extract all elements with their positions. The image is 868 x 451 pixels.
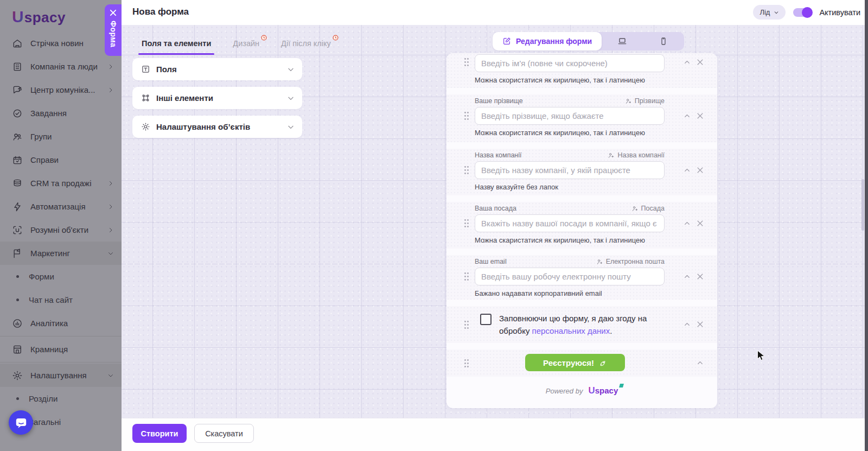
remove-field-icon[interactable] (696, 166, 704, 174)
collapse-icon[interactable] (683, 166, 691, 174)
smartphone-icon (659, 36, 668, 46)
window-edge (865, 0, 868, 451)
drag-handle-icon[interactable] (464, 219, 469, 228)
tab-after-click-actions[interactable]: Дії після кліку (281, 39, 331, 55)
sidebar: U spacy Стрічка новин Компанія та люди Ц… (0, 0, 122, 451)
chat-launcher-button[interactable] (9, 410, 33, 435)
toggle-knob (802, 7, 813, 18)
gear-icon (141, 122, 150, 131)
drag-handle-icon[interactable] (464, 320, 469, 329)
text-field-icon (141, 65, 150, 74)
drag-handle-icon[interactable] (464, 359, 469, 368)
field-helper-text: Можна скористатися як кирилицею, так і л… (475, 129, 717, 137)
collapse-icon[interactable] (683, 320, 691, 328)
collapse-icon[interactable] (683, 219, 691, 227)
create-button[interactable]: Створити (132, 424, 187, 443)
tab-design[interactable]: Дизайн (233, 39, 259, 55)
personal-data-link[interactable]: персональних даних (532, 326, 610, 335)
register-submit-button[interactable]: Реєструюся! (525, 354, 625, 371)
close-icon[interactable] (110, 9, 117, 16)
field-helper-text: Можна скористатися як кирилицею, так і л… (475, 76, 717, 84)
entity-select-value: Лід (760, 8, 770, 16)
rocket-icon (599, 359, 607, 367)
drag-handle-icon[interactable] (464, 272, 469, 281)
chevron-down-icon (287, 123, 295, 131)
row-controls (683, 219, 704, 227)
form-preview-card: Можна скористатися як кирилицею, так і л… (446, 53, 717, 408)
form-consent-row: Заповнюючи цю форму, я даю згоду на обро… (446, 306, 717, 343)
vector-frame-icon (141, 93, 150, 103)
topbar-controls: Лід Активувати (753, 5, 860, 20)
position-input[interactable] (475, 214, 665, 232)
row-controls (683, 112, 704, 120)
main-area: Нова форма Лід Активувати Поля та елемен… (122, 0, 868, 451)
form-tab-label: Форма (109, 21, 118, 47)
email-input[interactable] (475, 268, 665, 285)
form-field-row-firstname: Можна скористатися як кирилицею, так і л… (446, 53, 717, 88)
footer-actions: Створити Скасувати (122, 418, 868, 451)
powered-by: Powered by U spacy (446, 385, 717, 396)
panel-fields[interactable]: Поля (132, 58, 302, 80)
cancel-button[interactable]: Скасувати (194, 424, 254, 443)
form-field-row-position: Ваша посада Посада Можна скаристатися як… (446, 202, 717, 249)
uspacy-logo-small: U spacy (588, 385, 618, 396)
field-label: Ваша посада (475, 205, 516, 212)
row-controls (683, 166, 704, 174)
activate-toggle[interactable] (793, 8, 812, 17)
firstname-input[interactable] (475, 54, 665, 72)
panel-object-settings[interactable]: Налаштування об’єктів (132, 116, 302, 138)
consent-text: Заповнюючи цю форму, я даю згоду на обро… (499, 313, 659, 337)
form-field-row-company: Назва компанії Назва компанії Назву вказ… (446, 149, 717, 195)
field-label: Назва компанії (475, 151, 522, 159)
field-helper-text: Бажано надавати корпоративний email (475, 289, 717, 297)
edit-pencil-icon (502, 37, 511, 46)
remove-field-icon[interactable] (696, 320, 704, 328)
collapse-icon[interactable] (696, 359, 704, 367)
mapped-field-badge: Електронна пошта (596, 258, 665, 265)
field-helper-text: Можна скаристатися як кирилицею, так і л… (475, 236, 717, 244)
company-input[interactable] (475, 161, 665, 179)
field-helper-text: Назву вказуйте без лапок (475, 183, 717, 191)
drag-handle-icon[interactable] (464, 58, 469, 67)
field-label: Ваш email (475, 258, 507, 265)
form-submit-row: Реєструюся! (446, 350, 717, 377)
edit-form-mode-button[interactable]: Редагування форми (493, 32, 602, 50)
collapse-icon[interactable] (683, 272, 691, 281)
laptop-icon (617, 36, 628, 47)
remove-field-icon[interactable] (696, 272, 704, 281)
pending-changes-badge-icon (332, 34, 339, 41)
builder-tabs: Поля та елементи Дизайн Дії після кліку (142, 39, 331, 55)
builder-canvas: Поля та елементи Дизайн Дії після кліку … (122, 25, 868, 418)
tab-fields-elements[interactable]: Поля та елементи (142, 39, 211, 55)
preview-mode-toolbar: Редагування форми (493, 32, 684, 50)
drag-handle-icon[interactable] (464, 111, 469, 120)
consent-checkbox[interactable] (480, 314, 492, 325)
collapse-icon[interactable] (683, 58, 691, 66)
brand-flag-icon (618, 383, 624, 388)
mapped-field-badge: Посада (631, 205, 665, 212)
chevron-down-icon (287, 94, 295, 102)
remove-field-icon[interactable] (696, 219, 704, 227)
element-panels: Поля Інші елементи Налаштування об’єктів (132, 58, 302, 144)
chat-bubble-icon (14, 416, 28, 430)
entity-select[interactable]: Лід (753, 5, 786, 20)
field-label: Ваше прізвище (475, 97, 523, 105)
drag-handle-icon[interactable] (464, 166, 469, 175)
remove-field-icon[interactable] (696, 112, 704, 120)
sidebar-dim-overlay (0, 0, 122, 451)
form-field-row-email: Ваш email Електронна пошта Бажано надава… (446, 255, 717, 300)
mobile-preview-button[interactable] (643, 32, 684, 50)
mapped-field-badge: Прізвище (625, 97, 665, 105)
form-field-row-lastname: Ваше прізвище Прізвище Можна скористатис… (446, 94, 717, 142)
mapped-field-badge: Назва компанії (608, 151, 665, 159)
collapse-icon[interactable] (683, 112, 691, 120)
desktop-preview-button[interactable] (602, 32, 643, 50)
form-slideover-tab[interactable]: Форма (105, 4, 122, 56)
panel-other-elements[interactable]: Інші елементи (132, 87, 302, 109)
row-controls (683, 58, 704, 66)
remove-field-icon[interactable] (696, 58, 704, 66)
row-controls (696, 359, 704, 367)
scrollbar-thumb[interactable] (861, 179, 864, 231)
row-controls (683, 320, 704, 328)
lastname-input[interactable] (475, 107, 665, 125)
